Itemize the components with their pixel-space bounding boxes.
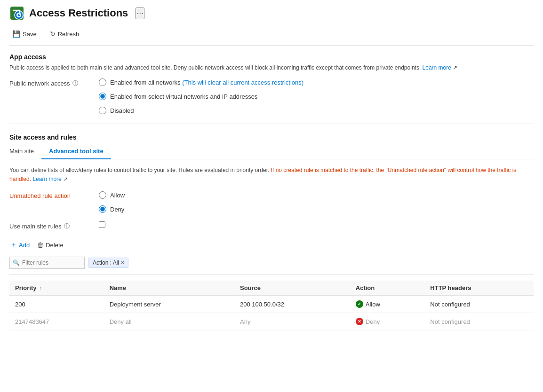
cell-name: Deployment server: [104, 296, 234, 313]
tab-advanced-tool-site[interactable]: Advanced tool site: [41, 144, 111, 159]
save-label: Save: [23, 31, 37, 38]
cell-priority: 2147483647: [9, 313, 104, 330]
page-container: Access Restrictions ··· 💾 Save ↻ Refresh…: [0, 0, 543, 336]
cell-priority: 200: [9, 296, 104, 313]
unmatched-rule-options: Allow Deny: [99, 191, 125, 213]
add-icon: ＋: [10, 241, 17, 249]
cell-action: Allow: [350, 296, 425, 313]
filter-rules-input[interactable]: [9, 257, 85, 269]
site-access-title: Site access and rules: [9, 133, 534, 141]
public-network-access-field: Public network access ⓘ Enabled from all…: [9, 78, 534, 114]
app-access-desc: Public access is applied to both main si…: [9, 63, 534, 72]
delete-icon: 🗑: [37, 241, 44, 249]
refresh-label: Refresh: [58, 31, 80, 38]
site-access-section: Site access and rules Main site Advanced…: [9, 133, 534, 330]
app-access-title: App access: [9, 53, 534, 61]
app-access-section: App access Public access is applied to b…: [9, 53, 534, 114]
radio-unmatched-allow-input[interactable]: [99, 191, 106, 199]
col-name: Name: [104, 281, 234, 296]
radio-select-networks[interactable]: Enabled from select virtual networks and…: [99, 93, 303, 100]
use-main-site-rules-field: Use main site rules ⓘ: [9, 221, 534, 230]
col-priority: Priority ↑: [9, 281, 104, 296]
cell-http-headers: Not configured: [424, 313, 534, 330]
save-button[interactable]: 💾 Save: [9, 28, 40, 39]
use-main-site-info-icon: ⓘ: [64, 222, 70, 230]
unmatched-rule-field: Unmatched rule action Allow Deny: [9, 191, 534, 213]
radio-disabled-label: Disabled: [110, 107, 134, 114]
site-tabs: Main site Advanced tool site: [9, 144, 534, 159]
radio-unmatched-allow[interactable]: Allow: [99, 191, 125, 199]
site-info-text: You can define lists of allow/deny rules…: [9, 166, 534, 184]
radio-disabled[interactable]: Disabled: [99, 107, 303, 114]
refresh-button[interactable]: ↻ Refresh: [47, 28, 82, 39]
cell-source: Any: [234, 313, 350, 330]
save-icon: 💾: [12, 30, 20, 38]
tag-label: Action : All: [93, 259, 119, 266]
toolbar: 💾 Save ↻ Refresh: [9, 28, 534, 46]
cell-http-headers: Not configured: [424, 296, 534, 313]
radio-all-networks[interactable]: Enabled from all networks (This will cle…: [99, 78, 303, 86]
radio-select-networks-label: Enabled from select virtual networks and…: [110, 93, 257, 100]
deny-icon: [356, 318, 363, 325]
use-main-site-checkbox-wrap[interactable]: [99, 221, 105, 228]
status-deny: Deny: [356, 318, 419, 325]
filter-search-icon: 🔍: [13, 259, 20, 266]
section-divider: [9, 124, 534, 124]
col-action: Action: [350, 281, 425, 296]
radio-disabled-input[interactable]: [99, 107, 106, 114]
radio-all-networks-input[interactable]: [99, 78, 106, 86]
allow-icon: [356, 300, 363, 308]
table-body: 200Deployment server200.100.50.0/32Allow…: [9, 296, 534, 330]
use-main-site-label: Use main site rules ⓘ: [9, 221, 85, 230]
action-bar: ＋ Add 🗑 Delete: [9, 239, 534, 251]
use-main-site-checkbox[interactable]: [99, 221, 105, 228]
sort-icon: ↑: [39, 286, 41, 291]
unmatched-rule-label: Unmatched rule action: [9, 191, 85, 199]
radio-unmatched-deny-input[interactable]: [99, 205, 106, 213]
page-header: Access Restrictions ···: [9, 6, 534, 21]
app-icon: [9, 6, 24, 21]
radio-unmatched-deny-label: Deny: [110, 206, 124, 213]
refresh-icon: ↻: [50, 30, 56, 38]
tag-close-button[interactable]: ×: [121, 259, 124, 266]
table-header: Priority ↑ Name Source Action HTTP heade…: [9, 281, 534, 296]
rules-table: Priority ↑ Name Source Action HTTP heade…: [9, 281, 534, 330]
radio-unmatched-deny[interactable]: Deny: [99, 205, 125, 213]
more-options-button[interactable]: ···: [136, 8, 144, 19]
radio-select-networks-input[interactable]: [99, 93, 106, 100]
cell-name: Deny all: [104, 313, 234, 330]
col-source: Source: [234, 281, 350, 296]
public-network-options: Enabled from all networks (This will cle…: [99, 78, 303, 114]
filter-bar: 🔍 Action : All ×: [9, 257, 534, 275]
page-title: Access Restrictions: [29, 7, 128, 19]
col-http-headers: HTTP headers: [424, 281, 534, 296]
table-row[interactable]: 200Deployment server200.100.50.0/32Allow…: [9, 296, 534, 313]
radio-unmatched-allow-label: Allow: [110, 192, 125, 199]
add-button[interactable]: ＋ Add: [9, 239, 31, 251]
action-filter-tag: Action : All ×: [88, 258, 128, 268]
cell-action: Deny: [350, 313, 425, 330]
cell-source: 200.100.50.0/32: [234, 296, 350, 313]
learn-more-link-1[interactable]: Learn more: [423, 64, 451, 71]
tab-main-site[interactable]: Main site: [9, 144, 41, 159]
delete-button[interactable]: 🗑 Delete: [36, 239, 64, 251]
filter-input-wrap: 🔍: [9, 257, 85, 269]
public-network-label: Public network access ⓘ: [9, 78, 85, 87]
learn-more-link-2[interactable]: Learn more: [32, 176, 61, 182]
table-row[interactable]: 2147483647Deny allAnyDenyNot configured: [9, 313, 534, 330]
public-network-info-icon: ⓘ: [72, 79, 78, 87]
status-allow: Allow: [356, 300, 419, 308]
radio-all-networks-label: Enabled from all networks (This will cle…: [110, 79, 303, 86]
